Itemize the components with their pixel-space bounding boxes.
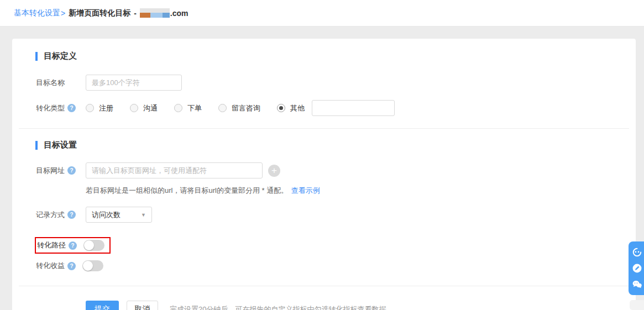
radio-circle[interactable] xyxy=(130,104,138,112)
help-icon[interactable]: ? xyxy=(67,166,76,175)
section-goal-definition-title: 目标定义 xyxy=(44,51,77,61)
feedback-pencil-icon[interactable] xyxy=(632,263,642,274)
radio-circle[interactable] xyxy=(86,104,94,112)
conversion-path-label: 转化路径 xyxy=(37,240,66,250)
section-divider xyxy=(19,128,629,129)
goal-name-label: 目标名称 xyxy=(36,78,65,88)
radio-message-consult[interactable]: 留言咨询 xyxy=(218,103,260,113)
conversion-type-row: 转化类型 ? 注册 沟通 下单 留言咨询 其他 xyxy=(36,100,636,116)
radio-label: 留言咨询 xyxy=(232,103,260,113)
floating-support-panel xyxy=(629,241,644,295)
submit-button[interactable]: 提交 xyxy=(86,301,119,310)
breadcrumb-dash: - xyxy=(134,9,137,18)
section-accent-bar xyxy=(35,141,38,150)
radio-label: 注册 xyxy=(99,103,113,113)
target-url-hint: 若目标网址是一组相似的url，请将目标url的变量部分用 * 通配。 查看示例 xyxy=(86,186,636,196)
footer-divider xyxy=(19,286,629,286)
conversion-path-toggle[interactable] xyxy=(83,240,104,251)
submit-row: 提交 取消 完成设置20分钟后，可在报告的自定义指标中勾选转化指标查看数据。 xyxy=(86,301,636,310)
breadcrumb: 基本转化设置 > 新增页面转化目标 - .com xyxy=(0,0,644,27)
section-accent-bar xyxy=(35,52,38,61)
collapsed-float-button[interactable] xyxy=(630,300,644,310)
radio-label: 其他 xyxy=(290,103,305,113)
target-url-input[interactable] xyxy=(86,162,263,178)
conversion-revenue-row: 转化收益 ? xyxy=(36,260,636,271)
domain-suffix: .com xyxy=(170,9,189,18)
radio-order[interactable]: 下单 xyxy=(174,103,202,113)
goal-name-row: 目标名称 xyxy=(36,75,636,91)
target-url-row: 目标网址 ? + xyxy=(36,162,636,178)
radio-communicate[interactable]: 沟通 xyxy=(130,103,158,113)
hint-text: 若目标网址是一组相似的url，请将目标url的变量部分用 * 通配。 xyxy=(86,186,288,195)
screen: 基本转化设置 > 新增页面转化目标 - .com 目标定义 目标名称 转化类型 … xyxy=(0,0,644,310)
conversion-revenue-label: 转化收益 xyxy=(36,261,65,271)
section-goal-settings-title: 目标设置 xyxy=(44,140,77,150)
red-highlight-box: 转化路径 ? xyxy=(35,237,111,254)
radio-other[interactable]: 其他 xyxy=(277,103,305,113)
section-goal-settings: 目标设置 xyxy=(35,140,636,150)
record-method-value: 访问次数 xyxy=(92,210,121,220)
help-icon[interactable]: ? xyxy=(67,262,76,270)
breadcrumb-separator: > xyxy=(61,9,65,18)
form-card: 目标定义 目标名称 转化类型 ? 注册 沟通 下单 xyxy=(12,39,636,310)
radio-label: 下单 xyxy=(187,103,202,113)
target-url-label: 目标网址 xyxy=(36,166,65,176)
submit-note: 完成设置20分钟后，可在报告的自定义指标中勾选转化指标查看数据。 xyxy=(170,304,393,310)
cancel-button[interactable]: 取消 xyxy=(127,301,158,310)
breadcrumb-link-basic-conversion-settings[interactable]: 基本转化设置 xyxy=(14,8,60,18)
radio-register[interactable]: 注册 xyxy=(86,103,113,113)
customer-service-icon[interactable] xyxy=(632,247,642,258)
record-method-select[interactable]: 访问次数 ▼ xyxy=(86,207,152,223)
record-method-row: 记录方式 ? 访问次数 ▼ xyxy=(36,207,636,223)
help-icon[interactable]: ? xyxy=(67,104,76,112)
chevron-down-icon: ▼ xyxy=(141,212,146,218)
censored-domain-mosaic xyxy=(140,8,170,18)
help-icon[interactable]: ? xyxy=(67,211,76,219)
record-method-label: 记录方式 xyxy=(36,210,65,220)
page-title: 新增页面转化目标 xyxy=(69,8,130,18)
radio-circle[interactable] xyxy=(277,104,285,112)
conversion-type-other-input[interactable] xyxy=(312,100,395,116)
goal-name-input[interactable] xyxy=(86,75,182,91)
section-goal-definition: 目标定义 xyxy=(35,51,636,61)
conversion-type-label: 转化类型 xyxy=(36,103,65,113)
wechat-icon[interactable] xyxy=(632,279,642,290)
conversion-revenue-toggle[interactable] xyxy=(82,260,103,271)
add-url-button[interactable]: + xyxy=(268,165,280,177)
view-example-link[interactable]: 查看示例 xyxy=(291,186,320,195)
radio-circle[interactable] xyxy=(218,104,227,112)
radio-circle[interactable] xyxy=(174,104,182,112)
help-icon[interactable]: ? xyxy=(69,241,77,250)
radio-label: 沟通 xyxy=(143,103,158,113)
conversion-path-row: 转化路径 ? xyxy=(35,237,636,254)
